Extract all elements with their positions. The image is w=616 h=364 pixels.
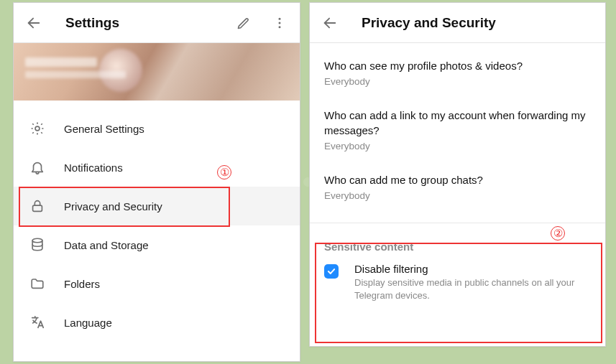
back-button[interactable] bbox=[316, 9, 344, 37]
privacy-item-title: Who can add a link to my account when fo… bbox=[324, 108, 591, 138]
option-title: Disable filtering bbox=[354, 263, 591, 275]
menu-label: Language bbox=[64, 317, 112, 329]
check-icon bbox=[326, 266, 336, 276]
menu-label: Privacy and Security bbox=[64, 200, 162, 213]
back-button[interactable] bbox=[19, 9, 48, 37]
svg-point-6 bbox=[32, 238, 42, 243]
svg-point-1 bbox=[279, 17, 281, 19]
menu-item-language[interactable]: Language bbox=[14, 303, 300, 342]
menu-label: Folders bbox=[64, 278, 100, 290]
privacy-item-profile-photos[interactable]: Who can see my profile photos & videos? … bbox=[324, 59, 591, 87]
lock-icon bbox=[29, 198, 45, 214]
menu-label: General Settings bbox=[64, 123, 144, 135]
option-body: Disable filtering Display sensitive medi… bbox=[354, 263, 591, 302]
profile-text-blur bbox=[25, 57, 126, 78]
menu-label: Data and Storage bbox=[64, 239, 149, 251]
more-button[interactable] bbox=[265, 9, 294, 37]
privacy-item-value: Everybody bbox=[324, 76, 591, 87]
menu-item-data[interactable]: Data and Storage bbox=[14, 225, 300, 264]
gear-icon bbox=[29, 121, 45, 136]
privacy-title: Privacy and Security bbox=[362, 15, 599, 31]
svg-rect-5 bbox=[33, 205, 42, 211]
edit-button[interactable] bbox=[229, 9, 258, 37]
more-vertical-icon bbox=[272, 16, 287, 30]
settings-title: Settings bbox=[65, 15, 222, 31]
profile-hero[interactable] bbox=[14, 43, 300, 101]
privacy-settings-list: Who can see my profile photos & videos? … bbox=[310, 43, 605, 201]
menu-item-general[interactable]: General Settings bbox=[14, 109, 300, 148]
settings-header: Settings bbox=[14, 3, 300, 43]
disable-filtering-option[interactable]: Disable filtering Display sensitive medi… bbox=[310, 263, 605, 314]
svg-point-4 bbox=[35, 126, 40, 131]
language-icon bbox=[29, 314, 45, 330]
arrow-left-icon bbox=[26, 15, 42, 31]
folder-icon bbox=[29, 276, 45, 291]
checkbox-checked[interactable] bbox=[324, 264, 339, 279]
option-description: Display sensitive media in public channe… bbox=[354, 276, 591, 302]
privacy-item-title: Who can see my profile photos & videos? bbox=[324, 59, 591, 73]
settings-panel: Settings General Settings Notifications bbox=[13, 2, 300, 362]
privacy-item-value: Everybody bbox=[324, 190, 591, 201]
privacy-item-title: Who can add me to group chats? bbox=[324, 173, 591, 187]
arrow-left-icon bbox=[322, 15, 338, 31]
svg-point-3 bbox=[279, 26, 281, 28]
annotation-label-1: ① bbox=[217, 165, 231, 179]
privacy-item-value: Everybody bbox=[324, 141, 591, 151]
bell-icon bbox=[29, 159, 45, 175]
privacy-item-group-chats[interactable]: Who can add me to group chats? Everybody bbox=[324, 173, 591, 201]
privacy-header: Privacy and Security bbox=[310, 3, 605, 43]
menu-item-privacy[interactable]: Privacy and Security bbox=[14, 187, 300, 225]
annotation-label-2: ② bbox=[551, 226, 565, 241]
privacy-item-forward-link[interactable]: Who can add a link to my account when fo… bbox=[324, 108, 591, 151]
svg-point-2 bbox=[279, 22, 281, 24]
privacy-panel: Privacy and Security Who can see my prof… bbox=[309, 2, 606, 347]
settings-menu: General Settings Notifications Privacy a… bbox=[14, 101, 300, 342]
pencil-icon bbox=[236, 16, 251, 30]
menu-item-notifications[interactable]: Notifications bbox=[14, 148, 300, 187]
menu-label: Notifications bbox=[64, 162, 123, 174]
database-icon bbox=[29, 237, 45, 253]
menu-item-folders[interactable]: Folders bbox=[14, 264, 300, 303]
